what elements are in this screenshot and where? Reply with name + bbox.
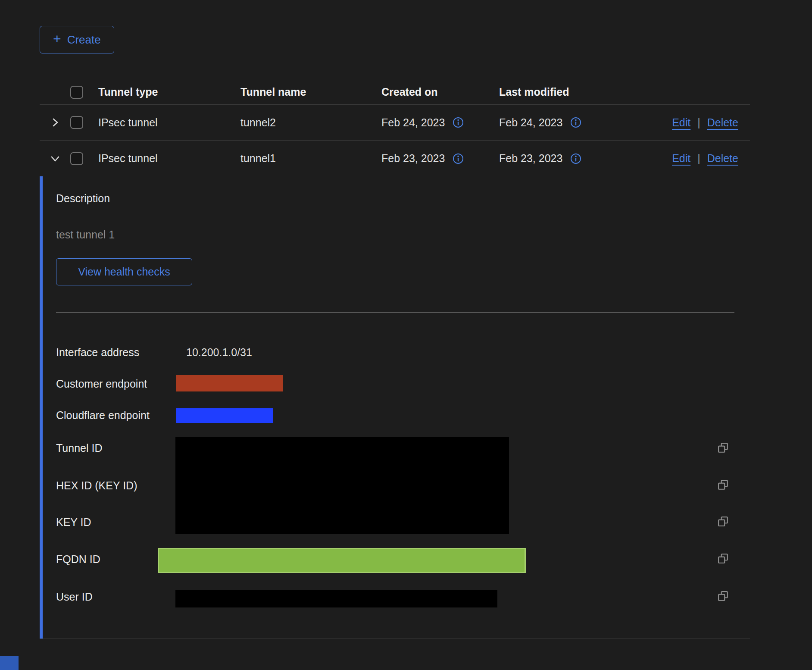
table-row: IPsec tunnel tunnel1 Feb 23, 2023 Feb 23… (40, 141, 750, 176)
last-modified-value: Feb 24, 2023 (499, 116, 562, 129)
chevron-right-icon (50, 117, 61, 128)
copy-icon[interactable] (718, 516, 729, 527)
description-value: test tunnel 1 (56, 228, 115, 241)
plus-icon: + (53, 32, 61, 46)
row-checkbox[interactable] (70, 152, 83, 165)
header-tunnel-name: Tunnel name (240, 86, 381, 98)
cloudflare-endpoint-label: Cloudflare endpoint (56, 409, 150, 422)
key-id-label: KEY ID (56, 516, 91, 529)
interface-address-value: 10.200.1.0/31 (186, 346, 252, 359)
header-tunnel-type: Tunnel type (98, 86, 240, 98)
row-checkbox[interactable] (70, 116, 83, 129)
copy-icon[interactable] (718, 591, 729, 602)
user-id-label: User ID (56, 590, 93, 603)
delete-link[interactable]: Delete (707, 116, 738, 129)
delete-link[interactable]: Delete (707, 152, 738, 165)
description-label: Description (56, 192, 110, 205)
fqdn-id-redacted-value (158, 548, 526, 573)
link-separator: | (697, 152, 700, 165)
customer-endpoint-redacted-value (176, 375, 283, 391)
scroll-corner (0, 656, 19, 670)
tunnels-table: Tunnel type Tunnel name Created on Last … (40, 80, 750, 639)
table-header: Tunnel type Tunnel name Created on Last … (40, 80, 750, 105)
select-all-checkbox[interactable] (70, 86, 83, 99)
create-button-label: Create (67, 33, 101, 47)
edit-link[interactable]: Edit (672, 116, 690, 129)
created-on-value: Feb 23, 2023 (381, 152, 445, 165)
tunnel-name-value: tunnel1 (240, 152, 381, 165)
tunnel-name-value: tunnel2 (240, 116, 381, 129)
divider (56, 313, 734, 313)
info-icon[interactable] (570, 117, 581, 128)
last-modified-value: Feb 23, 2023 (499, 152, 562, 165)
info-icon[interactable] (570, 153, 581, 164)
header-created-on: Created on (381, 86, 499, 98)
row-expand-toggle[interactable] (40, 153, 70, 164)
view-health-checks-button[interactable]: View health checks (56, 258, 192, 285)
interface-address-label: Interface address (56, 346, 139, 359)
copy-icon[interactable] (718, 553, 729, 564)
tunnel-detail-panel: Description test tunnel 1 View health ch… (40, 176, 750, 639)
chevron-down-icon (50, 153, 61, 164)
customer-endpoint-label: Customer endpoint (56, 377, 147, 390)
created-on-value: Feb 24, 2023 (381, 116, 445, 129)
fqdn-id-label: FQDN ID (56, 553, 100, 566)
ids-redacted-value (175, 437, 509, 534)
edit-link[interactable]: Edit (672, 152, 690, 165)
tunnel-type-value: IPsec tunnel (98, 152, 240, 165)
expanded-row-indicator (40, 176, 43, 639)
cloudflare-endpoint-redacted-value (176, 408, 273, 423)
row-expand-toggle[interactable] (40, 117, 70, 128)
user-id-redacted-value (175, 590, 497, 607)
copy-icon[interactable] (718, 479, 729, 491)
tunnel-id-label: Tunnel ID (56, 441, 102, 454)
info-icon[interactable] (453, 117, 464, 128)
link-separator: | (697, 116, 700, 129)
hex-id-label: HEX ID (KEY ID) (56, 479, 137, 492)
table-row: IPsec tunnel tunnel2 Feb 24, 2023 Feb 24… (40, 105, 750, 141)
copy-icon[interactable] (718, 442, 729, 454)
info-icon[interactable] (453, 153, 464, 164)
header-last-modified: Last modified (499, 86, 664, 98)
tunnel-type-value: IPsec tunnel (98, 116, 240, 129)
create-button[interactable]: + Create (40, 26, 114, 53)
